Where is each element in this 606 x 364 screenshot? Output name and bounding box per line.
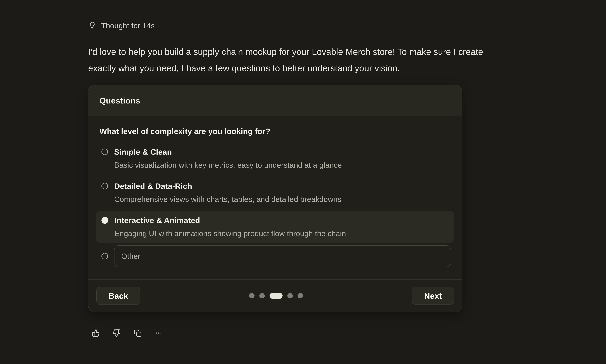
- radio-icon[interactable]: [101, 183, 108, 189]
- questions-card: Questions What level of complexity are y…: [88, 85, 462, 312]
- questions-card-header: Questions: [88, 85, 462, 116]
- option-description: Engaging UI with animations showing prod…: [114, 228, 346, 239]
- questions-card-body: What level of complexity are you looking…: [88, 116, 462, 279]
- back-button[interactable]: Back: [96, 287, 140, 305]
- progress-dot: [287, 293, 293, 299]
- progress-dot-active: [269, 293, 283, 299]
- option-description: Basic visualization with key metrics, ea…: [114, 160, 342, 170]
- thumbs-up-button[interactable]: [92, 329, 100, 337]
- assistant-response: Thought for 14s I'd love to help you bui…: [88, 0, 606, 337]
- more-options-button[interactable]: [155, 329, 162, 337]
- radio-icon-selected[interactable]: [101, 217, 108, 224]
- ellipsis-icon: [155, 329, 162, 337]
- radio-option-detailed-data-rich[interactable]: Detailed & Data-Rich Comprehensive views…: [96, 177, 454, 208]
- thought-label: Thought for 14s: [101, 21, 155, 30]
- thumbs-down-icon: [113, 329, 121, 337]
- card-title: Questions: [99, 96, 140, 105]
- option-description: Comprehensive views with charts, tables,…: [114, 194, 341, 204]
- progress-dot: [259, 293, 265, 299]
- other-input[interactable]: [114, 245, 451, 267]
- thumbs-down-button[interactable]: [113, 329, 121, 337]
- option-label: Detailed & Data-Rich: [114, 181, 341, 191]
- progress-dot: [249, 293, 255, 299]
- assistant-message: I'd love to help you build a supply chai…: [88, 44, 606, 76]
- next-button[interactable]: Next: [412, 287, 454, 305]
- question-text: What level of complexity are you looking…: [99, 126, 451, 136]
- questions-card-footer: Back Next: [88, 279, 462, 312]
- progress-dots: [249, 293, 303, 299]
- option-label: Interactive & Animated: [114, 215, 346, 226]
- lightbulb-icon: [88, 22, 96, 30]
- radio-icon[interactable]: [101, 253, 108, 260]
- radio-option-interactive-animated[interactable]: Interactive & Animated Engaging UI with …: [96, 211, 454, 243]
- message-line: I'd love to help you build a supply chai…: [88, 44, 606, 60]
- copy-button[interactable]: [134, 329, 142, 337]
- option-label: Simple & Clean: [114, 147, 342, 157]
- copy-icon: [134, 329, 142, 337]
- message-actions: [88, 329, 606, 337]
- thought-toggle[interactable]: Thought for 14s: [88, 21, 155, 30]
- progress-dot: [297, 293, 303, 299]
- radio-option-simple-clean[interactable]: Simple & Clean Basic visualization with …: [96, 143, 454, 174]
- radio-option-other[interactable]: [96, 245, 454, 267]
- thumbs-up-icon: [92, 329, 100, 337]
- message-line: exactly what you need, I have a few ques…: [88, 60, 606, 76]
- radio-icon[interactable]: [101, 149, 108, 155]
